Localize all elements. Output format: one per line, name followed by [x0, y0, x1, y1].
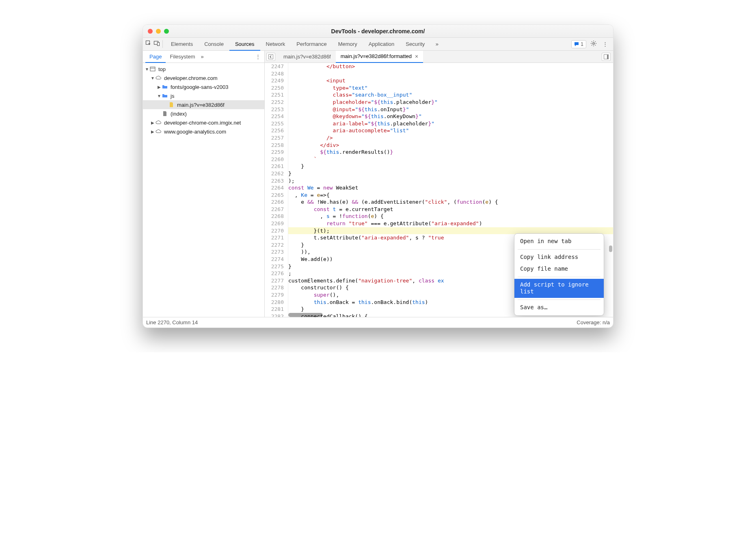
code-line[interactable]: ); [288, 177, 613, 185]
tree-folder-js[interactable]: ▼ js [143, 91, 264, 100]
tab-elements[interactable]: Elements [165, 38, 199, 51]
tab-performance[interactable]: Performance [291, 38, 332, 51]
code-line[interactable]: ` [288, 156, 613, 163]
toggle-sidebar-button[interactable] [602, 53, 611, 61]
line-number[interactable]: 2252 [265, 99, 284, 106]
line-number[interactable]: 2277 [265, 277, 284, 284]
line-number[interactable]: 2278 [265, 284, 284, 291]
code-line[interactable]: return "true" === e.getAttribute("aria-e… [288, 220, 613, 227]
code-line[interactable]: const t = e.currentTarget [288, 206, 613, 213]
line-number[interactable]: 2262 [265, 170, 284, 177]
code-editor[interactable]: 2247224822492250225122522253225422552256… [265, 63, 613, 317]
line-number[interactable]: 2251 [265, 91, 284, 99]
vertical-scrollbar[interactable] [609, 246, 612, 252]
tab-security[interactable]: Security [400, 38, 430, 51]
code-line[interactable]: /> [288, 134, 613, 142]
code-line[interactable]: } [288, 170, 613, 177]
code-line[interactable]: </button> [288, 63, 613, 70]
code-line[interactable]: aria-label="${this.placeholder}" [288, 120, 613, 127]
code-line[interactable]: @keydown="${this.onKeyDown}" [288, 113, 613, 120]
nav-back-button[interactable] [266, 53, 275, 61]
line-number[interactable]: 2280 [265, 299, 284, 306]
line-number[interactable]: 2270 [265, 227, 284, 235]
line-number[interactable]: 2271 [265, 234, 284, 241]
sidebar-kebab-icon[interactable]: ⋮ [254, 54, 262, 60]
line-number[interactable]: 2250 [265, 84, 284, 92]
code-line[interactable]: aria-autocomplete="list" [288, 127, 613, 134]
line-number[interactable]: 2269 [265, 220, 284, 227]
inspect-icon[interactable] [145, 40, 152, 48]
line-number[interactable]: 2265 [265, 192, 284, 199]
line-number[interactable]: 2258 [265, 142, 284, 149]
tree-domain[interactable]: ▶ developer-chrome-com.imgix.net [143, 118, 264, 127]
line-number[interactable]: 2276 [265, 270, 284, 277]
code-line[interactable]: const We = new WeakSet [288, 184, 613, 192]
code-line[interactable]: @input="${this.onInput}" [288, 106, 613, 113]
issues-badge[interactable]: 1 [571, 40, 586, 48]
code-line[interactable] [288, 70, 613, 78]
minimize-window-button[interactable] [156, 29, 161, 34]
kebab-menu-icon[interactable]: ⋮ [601, 41, 609, 47]
tree-top[interactable]: ▼ top [143, 65, 264, 73]
file-tab[interactable]: main.js?v=e382d86f:formatted× [336, 51, 423, 63]
tab-console[interactable]: Console [199, 38, 229, 51]
line-number[interactable]: 2259 [265, 149, 284, 156]
code-line[interactable]: e && !We.has(e) && (e.addEventListener("… [288, 198, 613, 206]
line-number[interactable]: 2253 [265, 106, 284, 113]
sidebar-tab-filesystem[interactable]: Filesystem [166, 51, 199, 63]
maximize-window-button[interactable] [164, 29, 169, 34]
context-menu-item[interactable]: Save as… [514, 302, 604, 314]
code-line[interactable]: placeholder="${this.placeholder}" [288, 99, 613, 106]
line-number[interactable]: 2254 [265, 113, 284, 120]
file-tab[interactable]: main.js?v=e382d86f [279, 51, 336, 63]
device-toggle-icon[interactable] [153, 40, 160, 48]
tab-memory[interactable]: Memory [333, 38, 363, 51]
line-number[interactable]: 2279 [265, 291, 284, 299]
code-line[interactable]: <input [288, 77, 613, 84]
line-number[interactable]: 2268 [265, 213, 284, 220]
line-number[interactable]: 2248 [265, 70, 284, 78]
tree-domain[interactable]: ▶ www.google-analytics.com [143, 127, 264, 136]
file-tree[interactable]: ▼ top ▼ developer.chrome.com ▶ fonts/goo… [143, 63, 264, 317]
line-number[interactable]: 2249 [265, 77, 284, 84]
line-number[interactable]: 2257 [265, 134, 284, 142]
code-line[interactable]: ${this.renderResults()} [288, 149, 613, 156]
line-number[interactable]: 2256 [265, 127, 284, 134]
line-number[interactable]: 2267 [265, 206, 284, 213]
code-line[interactable]: type="text" [288, 84, 613, 92]
line-number[interactable]: 2273 [265, 248, 284, 256]
tree-file-index[interactable]: (index) [143, 109, 264, 118]
line-number[interactable]: 2275 [265, 263, 284, 270]
more-tabs-button[interactable]: » [432, 41, 442, 47]
line-number[interactable]: 2264 [265, 184, 284, 192]
line-number[interactable]: 2263 [265, 177, 284, 185]
code-line[interactable]: , s = !function(e) { [288, 213, 613, 220]
code-line[interactable]: </div> [288, 142, 613, 149]
context-menu-item[interactable]: Copy link address [514, 251, 604, 263]
code-line[interactable]: class="search-box__input" [288, 91, 613, 99]
line-number[interactable]: 2274 [265, 256, 284, 263]
sidebar-more-tabs[interactable]: » [201, 54, 204, 60]
context-menu-item[interactable]: Add script to ignore list [514, 279, 604, 298]
line-number[interactable]: 2281 [265, 306, 284, 313]
context-menu-item[interactable]: Open in new tab [514, 235, 604, 248]
tree-domain[interactable]: ▼ developer.chrome.com [143, 73, 264, 82]
sidebar-tab-page[interactable]: Page [145, 51, 166, 63]
tree-folder[interactable]: ▶ fonts/google-sans-v2003 [143, 82, 264, 91]
close-tab-icon[interactable]: × [415, 50, 418, 62]
tab-network[interactable]: Network [260, 38, 291, 51]
context-menu-item[interactable]: Copy file name [514, 263, 604, 275]
tab-application[interactable]: Application [363, 38, 400, 51]
tab-sources[interactable]: Sources [229, 38, 260, 51]
close-window-button[interactable] [148, 29, 153, 34]
line-number[interactable]: 2255 [265, 120, 284, 127]
line-number[interactable]: 2247 [265, 63, 284, 70]
line-number[interactable]: 2260 [265, 156, 284, 163]
code-line[interactable]: , Ke = e=>{ [288, 192, 613, 199]
tree-file-main[interactable]: main.js?v=e382d86f [143, 100, 264, 109]
gear-icon[interactable] [590, 40, 597, 48]
line-number[interactable]: 2266 [265, 198, 284, 206]
code-line[interactable]: } [288, 163, 613, 170]
line-number[interactable]: 2282 [265, 313, 284, 317]
line-number[interactable]: 2272 [265, 241, 284, 249]
